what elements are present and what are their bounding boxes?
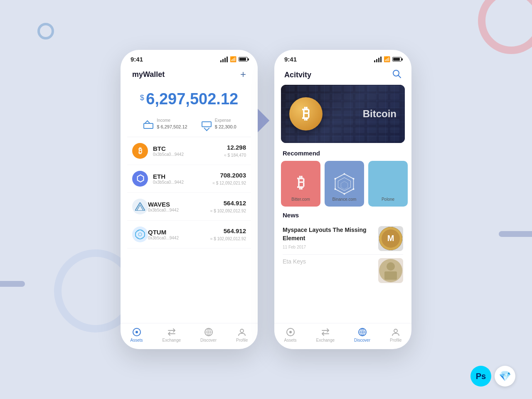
bitter-name: Bitter.com — [281, 195, 320, 203]
recommend-card-polone[interactable]: Polone — [368, 161, 408, 207]
nav-exchange-wallet[interactable]: Exchange — [163, 328, 181, 342]
status-bar-wallet: 9:41 📶 — [121, 50, 258, 65]
nav-assets-wallet[interactable]: Assets — [131, 328, 143, 342]
news-item-1[interactable]: Myspace Layouts The Missing Element 11 F… — [283, 223, 403, 255]
news-thumb-1: M — [378, 226, 403, 251]
activity-header: Acitvity — [274, 65, 411, 85]
nav-discover-wallet[interactable]: Discover — [200, 328, 217, 342]
svg-point-24 — [334, 178, 336, 180]
banner-btc-coin: ₿ — [289, 97, 323, 131]
waves-usd: ≈ $ 102,092,012.92 — [210, 209, 246, 213]
btc-logo: ₿ — [132, 143, 148, 159]
binance-icon — [333, 172, 356, 195]
currency-symbol: $ — [140, 94, 144, 102]
signal-icon-2 — [374, 57, 382, 62]
balance-amount: 6,297,502.12 — [146, 90, 238, 108]
income-item: Income $ 6,297,502.12 — [142, 118, 187, 130]
income-value: $ 6,297,502.12 — [157, 124, 187, 129]
svg-line-13 — [398, 75, 401, 78]
featured-banner[interactable]: ₿ Bitcoin — [281, 85, 405, 143]
svg-marker-17 — [338, 177, 350, 191]
income-label: Income — [157, 118, 187, 123]
svg-point-22 — [343, 193, 345, 195]
news-item-2[interactable]: Eta Keys — [283, 255, 403, 286]
news-section: News Myspace Layouts The Missing Element… — [274, 212, 411, 286]
assets-icon — [132, 328, 141, 337]
coin-item-qtum[interactable]: QTUM 0x3b5ca0...9442 564.912 ≈ $ 102,092… — [127, 221, 251, 249]
news-title: News — [283, 212, 403, 219]
polone-name: Polone — [368, 195, 408, 203]
assets-icon-2 — [286, 328, 295, 337]
waves-amount: 564.912 — [210, 200, 246, 207]
status-icons-wallet: 📶 — [220, 56, 248, 62]
expense-label: Expense — [215, 118, 236, 123]
battery-icon-2 — [392, 57, 401, 62]
bottom-nav-activity: Assets Exchange — [274, 323, 411, 349]
recommend-card-bitter[interactable]: ₿ Bitter.com — [281, 161, 320, 207]
recommend-row: ₿ Bitter.com B — [274, 161, 411, 212]
news-headline-2: Eta Keys — [283, 258, 306, 265]
news-headline-1: Myspace Layouts The Missing Element — [283, 226, 374, 242]
wallet-header: myWallet + — [121, 65, 258, 82]
add-button[interactable]: + — [240, 69, 246, 79]
coin-item-btc[interactable]: ₿ BTC 0x3b5ca0...9442 12.298 ≈ $ 184,470 — [127, 137, 251, 165]
eth-name: ETH — [153, 173, 212, 180]
coin-item-waves[interactable]: WAVES 0x3b5ca0...9442 564.912 ≈ $ 102,09… — [127, 193, 251, 221]
waves-address: 0x3b5ca0...9442 — [148, 208, 210, 212]
svg-marker-18 — [341, 181, 348, 189]
status-icons-activity: 📶 — [374, 56, 401, 62]
nav-discover-activity[interactable]: Discover — [354, 328, 370, 342]
wifi-icon-2: 📶 — [384, 56, 390, 62]
recommend-section-title: Recommend — [274, 148, 411, 161]
eth-logo: ⬡ — [132, 171, 148, 187]
bg-decoration-circle-blue — [37, 23, 54, 39]
eth-usd: ≈ $ 12,092,021.92 — [212, 181, 246, 185]
expense-icon — [200, 120, 212, 129]
svg-point-6 — [135, 331, 138, 333]
svg-marker-0 — [135, 202, 145, 211]
waves-logo — [132, 199, 148, 214]
btc-amount: 12.298 — [224, 144, 246, 151]
qtum-usd: ≈ $ 102,092,012.92 — [210, 236, 246, 241]
qtum-logo — [132, 227, 148, 242]
nav-profile-activity[interactable]: Profile — [390, 328, 401, 342]
status-time-activity: 9:41 — [284, 56, 297, 63]
nav-exchange-activity[interactable]: Exchange — [316, 328, 335, 342]
exchange-icon-2 — [321, 328, 330, 337]
phone-wallet: 9:41 📶 myWallet + $ 6,297,5 — [121, 50, 258, 349]
svg-text:M: M — [387, 234, 394, 243]
balance-section: $ 6,297,502.12 — [121, 82, 258, 115]
qtum-amount: 564.912 — [210, 227, 246, 234]
search-button[interactable] — [392, 69, 401, 81]
binance-name: Binance.com — [325, 195, 364, 203]
svg-point-19 — [343, 173, 345, 175]
recommend-card-binance[interactable]: Binance.com — [325, 161, 364, 207]
bitter-icon: ₿ — [297, 174, 305, 192]
exchange-label-2: Exchange — [316, 338, 335, 342]
nav-profile-wallet[interactable]: Profile — [236, 328, 248, 342]
discover-icon — [204, 328, 213, 337]
btc-usd: ≈ $ 184,470 — [224, 153, 246, 158]
expense-item: Expense $ 22,300.0 — [200, 118, 236, 130]
wallet-content: myWallet + $ 6,297,502.12 Income $ 6,297… — [121, 65, 258, 349]
coin-item-eth[interactable]: ⬡ ETH 0x3b5ca0...9442 708.2003 ≈ $ 12,09… — [127, 165, 251, 193]
activity-content: Acitvity — [274, 65, 411, 349]
coin-list: ₿ BTC 0x3b5ca0...9442 12.298 ≈ $ 184,470… — [121, 137, 258, 323]
wifi-icon: 📶 — [230, 56, 236, 62]
wallet-title: myWallet — [132, 70, 165, 79]
bg-decoration-bar-right — [499, 231, 532, 237]
svg-point-38 — [394, 329, 397, 332]
photoshop-icon: Ps — [470, 366, 491, 387]
qtum-address: 0x3b5ca0...9442 — [148, 236, 210, 240]
discover-label-2: Discover — [354, 338, 370, 342]
bg-decoration-circle-pink — [478, 0, 532, 54]
status-bar-activity: 9:41 📶 — [274, 50, 411, 65]
exchange-label: Exchange — [163, 338, 181, 342]
income-expense-row: Income $ 6,297,502.12 Expense $ 22,300.0 — [121, 115, 258, 137]
discover-icon-2 — [358, 328, 367, 337]
svg-point-23 — [334, 188, 336, 190]
svg-point-2 — [135, 230, 145, 239]
nav-assets-activity[interactable]: Assets — [284, 328, 297, 342]
status-time-wallet: 9:41 — [131, 56, 143, 63]
qtum-name: QTUM — [148, 229, 210, 236]
